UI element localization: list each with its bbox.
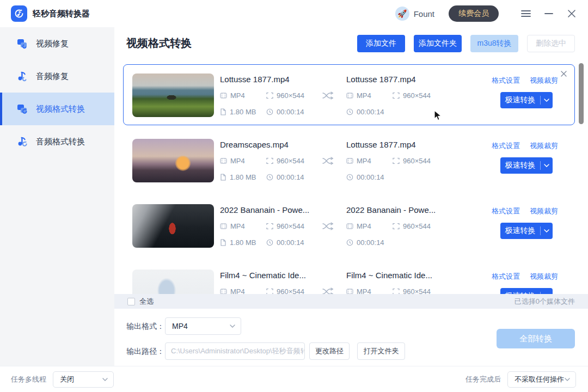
renew-membership-button[interactable]: 续费会员 xyxy=(449,5,499,22)
close-icon[interactable] xyxy=(566,8,577,19)
page-title: 视频格式转换 xyxy=(126,36,192,51)
chevron-down-icon[interactable] xyxy=(541,229,553,232)
app-title: 轻秒音频转换器 xyxy=(33,9,90,19)
source-format: MP4 xyxy=(220,91,245,100)
target-format: MP4 xyxy=(346,222,371,230)
target-filename: 2022 Bananain - Powe... xyxy=(346,205,452,215)
convert-button[interactable]: 极速转换 xyxy=(500,157,553,174)
file-icon xyxy=(220,108,226,115)
video-thumbnail xyxy=(132,204,214,248)
delete-selected-button: 删除选中 xyxy=(527,35,575,52)
multithread-select[interactable]: 关闭 xyxy=(53,371,114,388)
output-panel: 输出格式： MP4 输出路径： C:\Users\Administrator\D… xyxy=(114,309,588,366)
file-list: Lottusse 1877.mp4 MP4 960×544 1.80 MB 00… xyxy=(123,64,575,294)
sidebar-item-video-repair[interactable]: 视频修复 xyxy=(0,27,114,60)
open-folder-button[interactable]: 打开文件夹 xyxy=(357,342,405,360)
file-row[interactable]: Dreamscapes.mp4 MP4 960×544 1.80 MB 00:0… xyxy=(123,130,575,191)
sidebar-item-audio-convert[interactable]: 音频格式转换 xyxy=(0,125,114,158)
clock-icon xyxy=(346,174,353,181)
source-size: 1.80 MB xyxy=(220,238,256,247)
target-resolution: 960×544 xyxy=(393,222,431,230)
resolution-icon xyxy=(393,288,400,294)
film-icon xyxy=(220,92,227,99)
shuffle-icon xyxy=(322,222,335,230)
video-crop-link[interactable]: 视频裁剪 xyxy=(530,76,558,85)
file-row[interactable]: Film4 ~ Cinematic Ide... MP4 960×544 Fil… xyxy=(123,260,575,294)
source-size: 1.80 MB xyxy=(220,173,256,181)
target-format: MP4 xyxy=(346,157,371,165)
output-path-label: 输出路径： xyxy=(126,347,164,357)
output-format-label: 输出格式： xyxy=(126,322,164,332)
file-row[interactable]: Lottusse 1877.mp4 MP4 960×544 1.80 MB 00… xyxy=(123,64,575,125)
sidebar-item-video-convert[interactable]: 视频格式转换 xyxy=(0,93,114,125)
video-thumbnail xyxy=(132,74,214,117)
select-all-checkbox[interactable] xyxy=(127,298,135,305)
shuffle-icon xyxy=(322,287,335,294)
username[interactable]: Fount xyxy=(414,9,434,19)
resolution-icon xyxy=(266,288,273,294)
source-filename: Lottusse 1877.mp4 xyxy=(220,75,326,84)
clock-icon xyxy=(266,174,273,181)
file-row[interactable]: 2022 Bananain - Powe... MP4 960×544 1.80… xyxy=(123,195,575,256)
source-duration: 00:00:14 xyxy=(266,173,304,181)
after-task-select[interactable]: 不采取任何操作 xyxy=(507,371,576,388)
remove-file-icon[interactable] xyxy=(559,69,568,78)
output-path-input[interactable]: C:\Users\Administrator\Desktop\轻秒音频转换器 xyxy=(165,342,305,360)
add-file-button[interactable]: 添加文件 xyxy=(357,35,405,52)
video-thumbnail xyxy=(132,139,214,182)
format-settings-link[interactable]: 格式设置 xyxy=(492,141,520,151)
convert-all-button: 全部转换 xyxy=(497,329,575,348)
resolution-icon xyxy=(393,157,400,164)
target-filename: Film4 ~ Cinematic Ide... xyxy=(346,271,452,280)
menu-icon[interactable] xyxy=(520,8,531,19)
audio-repair-icon xyxy=(16,70,28,82)
source-format: MP4 xyxy=(220,222,245,230)
resolution-icon xyxy=(266,157,273,164)
change-path-button[interactable]: 更改路径 xyxy=(309,342,350,360)
header-buttons: 添加文件 添加文件夹 m3u8转换 删除选中 xyxy=(357,35,575,52)
video-crop-link[interactable]: 视频裁剪 xyxy=(530,206,558,216)
format-settings-link[interactable]: 格式设置 xyxy=(492,76,520,85)
video-thumbnail xyxy=(132,270,214,294)
convert-button[interactable]: 极速转换 xyxy=(500,288,553,294)
video-crop-link[interactable]: 视频裁剪 xyxy=(530,272,558,281)
convert-button[interactable]: 极速转换 xyxy=(500,92,553,108)
video-crop-link[interactable]: 视频裁剪 xyxy=(530,141,558,151)
source-resolution: 960×544 xyxy=(266,287,304,294)
clock-icon xyxy=(266,239,273,246)
sidebar: 视频修复 音频修复 视频格式转换 音频格式转换 xyxy=(0,27,114,366)
film-icon xyxy=(346,157,353,164)
target-resolution: 960×544 xyxy=(393,287,431,294)
file-icon xyxy=(220,174,226,181)
source-filename: Film4 ~ Cinematic Ide... xyxy=(220,271,326,280)
m3u8-convert-button[interactable]: m3u8转换 xyxy=(470,35,518,52)
target-format: MP4 xyxy=(346,287,371,294)
resolution-icon xyxy=(393,223,400,230)
source-resolution: 960×544 xyxy=(266,91,304,100)
sidebar-item-audio-repair[interactable]: 音频修复 xyxy=(0,60,114,93)
target-filename: Lottusse 1877.mp4 xyxy=(346,75,452,84)
video-repair-icon xyxy=(16,38,28,50)
chevron-down-icon[interactable] xyxy=(541,164,553,167)
target-duration: 00:00:14 xyxy=(346,238,384,247)
chevron-down-icon[interactable] xyxy=(541,99,553,102)
convert-button[interactable]: 极速转换 xyxy=(500,223,553,239)
film-icon xyxy=(346,223,353,230)
chevron-down-icon xyxy=(230,324,235,328)
film-icon xyxy=(220,288,227,294)
scrollbar-thumb[interactable] xyxy=(579,63,584,124)
user-avatar[interactable]: 🚀 xyxy=(395,7,409,21)
minimize-icon[interactable] xyxy=(543,8,554,19)
resolution-icon xyxy=(393,92,400,99)
format-settings-link[interactable]: 格式设置 xyxy=(492,272,520,281)
format-settings-link[interactable]: 格式设置 xyxy=(492,206,520,216)
source-resolution: 960×544 xyxy=(266,222,304,230)
audio-convert-icon xyxy=(16,136,28,148)
output-format-select[interactable]: MP4 xyxy=(165,317,241,335)
sidebar-item-label: 视频修复 xyxy=(36,39,69,49)
clock-icon xyxy=(346,108,353,115)
after-task-label: 任务完成后 xyxy=(465,375,501,384)
add-folder-button[interactable]: 添加文件夹 xyxy=(414,35,462,52)
select-all-label[interactable]: 全选 xyxy=(139,297,154,307)
chevron-down-icon xyxy=(102,378,108,381)
